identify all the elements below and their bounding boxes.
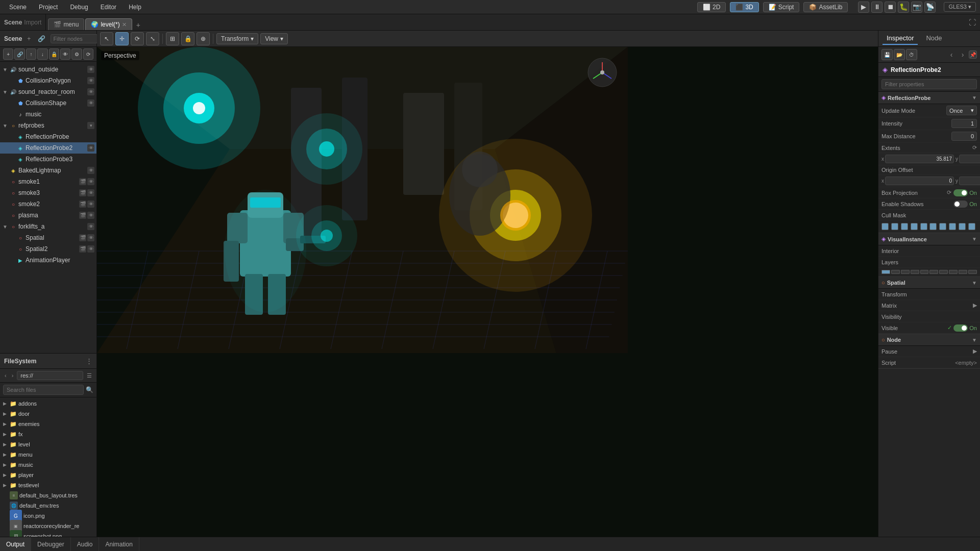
- tree-node-forklifts[interactable]: ▼ ○ forklifts_a 👁: [0, 221, 96, 232]
- tree-anim-smoke2[interactable]: 🎬: [79, 201, 86, 208]
- vp-rotate-tool[interactable]: ⟳: [131, 32, 144, 45]
- fs-item-reactor[interactable]: ▣ reactorcorecylinder_re: [0, 521, 96, 531]
- tree-node-sound-reactor[interactable]: ▼ 🔊 sound_reactor_room 👁: [0, 86, 96, 97]
- layer-3[interactable]: [901, 270, 910, 274]
- scene-tool-5[interactable]: 🔒: [49, 48, 59, 60]
- fs-item-bus-layout[interactable]: ≡ default_bus_layout.tres: [0, 490, 96, 500]
- fs-item-music[interactable]: ▶ 📁 music: [0, 460, 96, 470]
- tab-level-close[interactable]: ✕: [122, 21, 127, 28]
- pause-button[interactable]: ⏸: [871, 2, 883, 13]
- cull-bit-9[interactable]: [959, 223, 966, 230]
- layer-6[interactable]: [929, 270, 938, 274]
- tree-anim-sp1[interactable]: 🎬: [79, 234, 86, 241]
- inspector-section-reflection-header[interactable]: ◈ ReflectionProbe ▼: [878, 92, 980, 104]
- fs-item-testlevel[interactable]: ▶ 📁 testlevel: [0, 480, 96, 490]
- scene-tool-3[interactable]: ↑: [26, 48, 36, 60]
- layer-2[interactable]: [891, 270, 900, 274]
- menu-help[interactable]: Help: [124, 3, 146, 12]
- menu-scene[interactable]: Scene: [4, 3, 32, 12]
- tree-vis-smoke1[interactable]: 👁: [87, 178, 94, 185]
- tree-arrow-forklifts[interactable]: ▼: [2, 224, 8, 230]
- scene-tool-1[interactable]: +: [3, 48, 13, 60]
- tree-node-smoke2[interactable]: ○ smoke2 🎬 👁: [0, 198, 96, 210]
- cull-bit-6[interactable]: [929, 223, 937, 230]
- vp-select-tool[interactable]: ↖: [100, 32, 113, 45]
- insp-load-btn[interactable]: 📂: [894, 49, 905, 60]
- tree-anim-smoke1[interactable]: 🎬: [79, 178, 86, 185]
- tab-node[interactable]: Node: [922, 32, 946, 45]
- scene-tool-6[interactable]: 👁: [60, 48, 70, 60]
- mode-3d[interactable]: ⬛ 3D: [730, 2, 758, 12]
- cull-bit-8[interactable]: [949, 223, 956, 230]
- tree-node-reflectionprobe3[interactable]: ◈ ReflectionProbe3: [0, 154, 96, 165]
- cull-bit-3[interactable]: [901, 223, 908, 230]
- insp-pin-btn[interactable]: 📌: [969, 51, 977, 59]
- bottom-tab-debugger[interactable]: Debugger: [31, 537, 71, 551]
- fs-expand-menu[interactable]: ▶: [3, 452, 8, 457]
- tree-node-collision-shape[interactable]: ⬟ CollisionShape 👁: [0, 97, 96, 109]
- insp-nav-prev[interactable]: ‹: [946, 49, 957, 60]
- tree-vis-collision-shape[interactable]: 👁: [87, 99, 94, 107]
- extents-y-input[interactable]: [959, 155, 980, 163]
- debug-button[interactable]: 🐛: [898, 2, 909, 13]
- tree-arrow-sound-outside[interactable]: ▼: [2, 67, 8, 72]
- inspector-section-spatial-header[interactable]: ○ Spatial ▼: [878, 277, 980, 289]
- inspector-section-visual-header[interactable]: ◈ VisualInstance ▼: [878, 233, 980, 245]
- fs-forward-button[interactable]: ›: [10, 372, 15, 379]
- fs-expand-enemies[interactable]: ▶: [3, 421, 8, 427]
- layer-5[interactable]: [920, 270, 929, 274]
- tree-anim-smoke3[interactable]: 🎬: [79, 189, 86, 196]
- tree-vis-sp1[interactable]: 👁: [87, 234, 94, 241]
- tree-node-smoke3[interactable]: ○ smoke3 🎬 👁: [0, 187, 96, 198]
- tree-node-music[interactable]: ♪ music: [0, 109, 96, 120]
- cull-bit-5[interactable]: [920, 223, 927, 230]
- fullscreen-toggle[interactable]: ⛶: [965, 14, 980, 30]
- pause-expand[interactable]: ▶: [973, 348, 977, 355]
- stop-button[interactable]: ⏹: [885, 2, 896, 13]
- box-projection-toggle[interactable]: On: [953, 189, 977, 196]
- extents-refresh-icon[interactable]: ⟳: [972, 144, 977, 151]
- tree-node-reflectionprobe1[interactable]: ◈ ReflectionProbe: [0, 131, 96, 142]
- fs-expand-door[interactable]: ▶: [3, 411, 8, 416]
- tree-node-animplayer[interactable]: ▶ AnimationPlayer: [0, 255, 96, 266]
- layer-10[interactable]: [968, 270, 977, 274]
- fs-item-default-env[interactable]: 🌐 default_env.tres: [0, 500, 96, 511]
- vp-view-dropdown[interactable]: View ▾: [260, 33, 288, 44]
- menu-project[interactable]: Project: [34, 3, 63, 12]
- tree-node-spatial2[interactable]: ○ Spatial2 🎬 👁: [0, 243, 96, 255]
- layer-8[interactable]: [949, 270, 958, 274]
- inspector-section-node-header[interactable]: ○ Node ▼: [878, 334, 980, 346]
- shadows-toggle[interactable]: On: [953, 201, 977, 208]
- tree-node-bakedlightmap[interactable]: ◈ BakedLightmap 👁: [0, 165, 96, 176]
- extents-x-input[interactable]: [885, 155, 954, 163]
- tree-vis-sound-outside[interactable]: 👁: [87, 66, 94, 73]
- cull-bit-7[interactable]: [939, 223, 946, 230]
- layer-4[interactable]: [911, 270, 919, 274]
- tree-node-spatial1[interactable]: ○ Spatial 🎬 👁: [0, 232, 96, 243]
- remote-button[interactable]: 📡: [924, 2, 936, 13]
- mode-assetlib[interactable]: 📦 AssetLib: [803, 2, 848, 12]
- add-node-button[interactable]: +: [25, 34, 33, 43]
- insp-save-btn[interactable]: 💾: [881, 49, 893, 60]
- cull-bit-1[interactable]: [881, 223, 889, 230]
- mode-2d[interactable]: ⬜ 2D: [697, 2, 726, 12]
- tree-vis-collision-polygon[interactable]: 👁: [87, 77, 94, 84]
- scene-tool-8[interactable]: ⟳: [83, 48, 93, 60]
- visible-toggle[interactable]: ✓ On: [947, 324, 977, 332]
- tab-inspector[interactable]: Inspector: [883, 32, 918, 45]
- insp-history-btn[interactable]: ⏱: [906, 49, 917, 60]
- fs-item-icon[interactable]: G icon.png: [0, 511, 96, 521]
- fs-search-input[interactable]: [3, 385, 84, 395]
- tree-vis-sound-reactor[interactable]: 👁: [87, 88, 94, 95]
- matrix-expand[interactable]: ▶: [973, 302, 977, 309]
- layer-1[interactable]: [881, 270, 890, 274]
- origin-x-input[interactable]: [885, 177, 954, 185]
- vp-local-coords[interactable]: 🔒: [181, 32, 194, 45]
- tree-vis-sp2[interactable]: 👁: [87, 245, 94, 253]
- fs-item-addons[interactable]: ▶ 📁 addons: [0, 398, 96, 409]
- fs-item-menu[interactable]: ▶ 📁 menu: [0, 449, 96, 460]
- menu-debug[interactable]: Debug: [65, 3, 93, 12]
- tree-node-sound-outside[interactable]: ▼ 🔊 sound_outside 👁: [0, 64, 96, 75]
- update-mode-dropdown[interactable]: Once ▾: [946, 106, 977, 115]
- fs-options-icon[interactable]: ⋮: [86, 357, 92, 365]
